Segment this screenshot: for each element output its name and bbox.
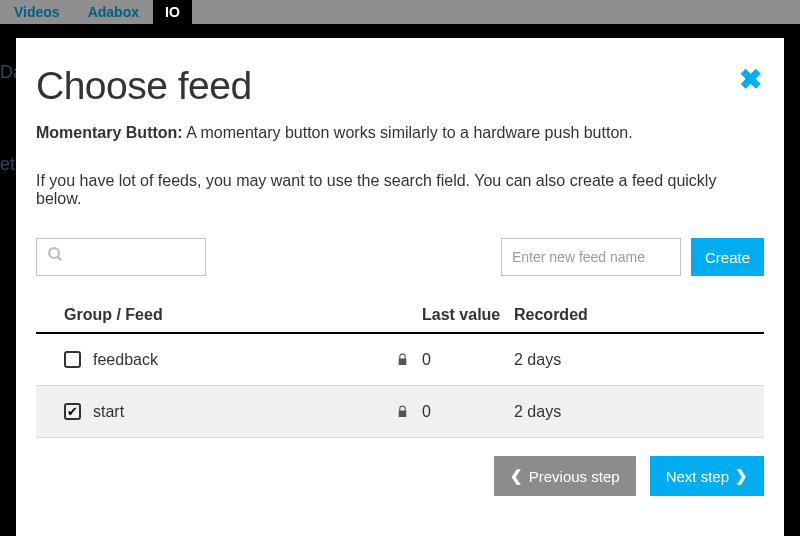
- next-label: Next step: [666, 468, 729, 485]
- block-type-name: Momentary Button:: [36, 124, 183, 141]
- feed-name: start: [93, 403, 124, 421]
- prev-label: Previous step: [529, 468, 620, 485]
- nav-videos[interactable]: Videos: [0, 0, 74, 24]
- table-row[interactable]: start 0 2 days: [36, 386, 764, 438]
- controls-row: Create: [36, 238, 764, 276]
- choose-feed-modal: ✖ Choose feed Momentary Button: A moment…: [16, 38, 784, 536]
- bg-text-et: et: [0, 154, 15, 175]
- col-header-recorded: Recorded: [514, 306, 764, 324]
- new-feed-input[interactable]: [501, 238, 681, 276]
- lock-icon: [396, 352, 422, 367]
- next-step-button[interactable]: Next step ❯: [650, 456, 764, 496]
- table-row[interactable]: feedback 0 2 days: [36, 334, 764, 386]
- nav-io[interactable]: IO: [153, 0, 192, 24]
- nav-adabox[interactable]: Adabox: [74, 0, 153, 24]
- last-value: 0: [422, 403, 514, 421]
- row-checkbox[interactable]: [64, 351, 81, 368]
- block-type-description: Momentary Button: A momentary button wor…: [36, 124, 764, 142]
- modal-title: Choose feed: [36, 64, 764, 108]
- create-feed-button[interactable]: Create: [691, 238, 764, 276]
- feeds-table: Group / Feed Last value Recorded feedbac…: [36, 298, 764, 438]
- block-type-text: A momentary button works similarly to a …: [183, 124, 633, 141]
- col-header-last: Last value: [422, 306, 514, 324]
- new-feed-wrap: Create: [501, 238, 764, 276]
- col-header-group: Group / Feed: [36, 306, 396, 324]
- previous-step-button[interactable]: ❮ Previous step: [494, 456, 636, 496]
- last-value: 0: [422, 351, 514, 369]
- recorded-value: 2 days: [514, 351, 764, 369]
- row-checkbox[interactable]: [64, 403, 81, 420]
- close-icon[interactable]: ✖: [739, 66, 762, 94]
- feed-name: feedback: [93, 351, 158, 369]
- top-nav: Videos Adabox IO: [0, 0, 800, 24]
- chevron-left-icon: ❮: [510, 467, 523, 485]
- chevron-right-icon: ❯: [735, 467, 748, 485]
- search-hint: If you have lot of feeds, you may want t…: [36, 172, 764, 208]
- recorded-value: 2 days: [514, 403, 764, 421]
- wizard-footer: ❮ Previous step Next step ❯: [36, 438, 764, 496]
- lock-icon: [396, 404, 422, 419]
- table-header: Group / Feed Last value Recorded: [36, 298, 764, 334]
- search-field-wrap: [36, 238, 206, 276]
- search-input[interactable]: [37, 239, 205, 275]
